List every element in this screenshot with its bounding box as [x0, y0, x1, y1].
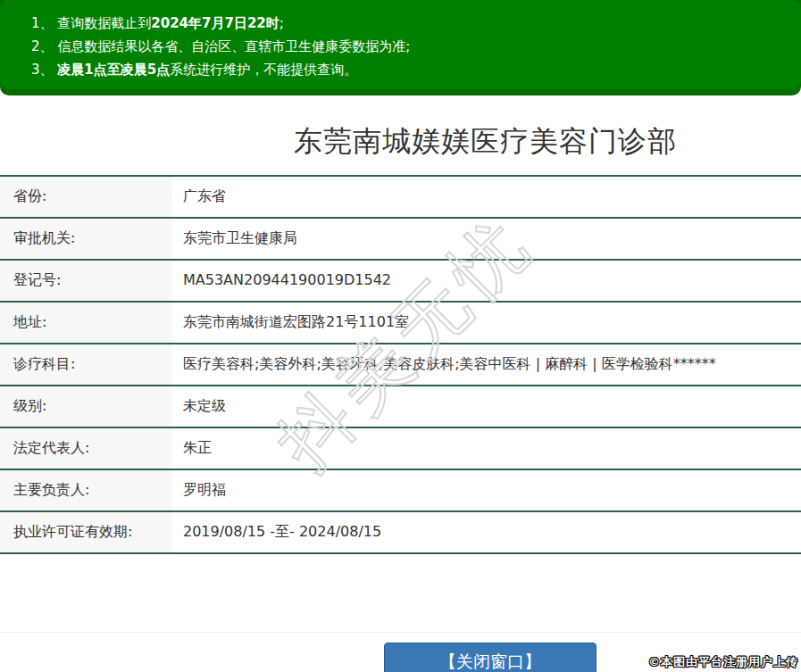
table-row-medical-subjects: 诊疗科目: 医疗美容科;美容外科;美容牙科;美容皮肤科;美容中医科 | 麻醉科 … [0, 343, 801, 385]
row-value: 朱正 [171, 428, 801, 469]
row-value: 2019/08/15 -至- 2024/08/15 [171, 512, 801, 552]
footer-divider [0, 632, 801, 633]
notice-line-1-suffix: ; [280, 15, 284, 31]
table-row-address: 地址: 东莞市南城街道宏图路21号1101室 [0, 301, 801, 343]
table-row-license-validity: 执业许可证有效期: 2019/08/15 -至- 2024/08/15 [0, 510, 801, 554]
row-value: 东莞市卫生健康局 [171, 219, 801, 259]
notice-line-3-text: 3、 [31, 62, 57, 78]
upload-credit-label: ©本图由平台注册用户上传 [648, 654, 798, 670]
row-label: 执业许可证有效期: [0, 512, 171, 552]
row-value: 广东省 [171, 177, 801, 217]
row-label: 主要负责人: [0, 470, 171, 510]
row-value: MA53AN20944190019D1542 [171, 261, 801, 301]
row-label: 省份: [0, 177, 171, 217]
row-value: 东莞市南城街道宏图路21号1101室 [171, 303, 801, 343]
notice-line-1-bold: 2024年7月7日22时 [151, 15, 280, 31]
row-label: 法定代表人: [0, 428, 171, 469]
notice-line-2-text: 2、 信息数据结果以各省、自治区、直辖市卫生健康委数据为准; [31, 38, 410, 54]
table-row-main-responsible-person: 主要负责人: 罗明福 [0, 469, 801, 510]
notice-line-2: 2、 信息数据结果以各省、自治区、直辖市卫生健康委数据为准; [31, 35, 783, 58]
row-label: 登记号: [0, 261, 171, 301]
info-table: 省份: 广东省 审批机关: 东莞市卫生健康局 登记号: MA53AN209441… [0, 175, 801, 554]
row-value: 医疗美容科;美容外科;美容牙科;美容皮肤科;美容中医科 | 麻醉科 | 医学检验… [171, 344, 801, 385]
close-window-button[interactable]: 【关闭窗口】 [384, 643, 597, 672]
row-value: 罗明福 [171, 470, 801, 510]
notice-banner: 1、 查询数据截止到2024年7月7日22时; 2、 信息数据结果以各省、自治区… [0, 0, 801, 89]
row-label: 地址: [0, 303, 171, 343]
table-row-legal-representative: 法定代表人: 朱正 [0, 427, 801, 469]
table-row-approval-authority: 审批机关: 东莞市卫生健康局 [0, 217, 801, 259]
notice-banner-shadow: 1、 查询数据截止到2024年7月7日22时; 2、 信息数据结果以各省、自治区… [0, 0, 801, 95]
table-row-province: 省份: 广东省 [0, 175, 801, 217]
notice-line-1: 1、 查询数据截止到2024年7月7日22时; [31, 12, 783, 35]
notice-line-3-suffix: 系统进行维护，不能提供查询。 [170, 62, 357, 78]
notice-line-1-text: 1、 查询数据截止到 [31, 15, 151, 31]
row-label: 级别: [0, 386, 171, 427]
row-label: 诊疗科目: [0, 344, 171, 385]
table-row-level: 级别: 未定级 [0, 385, 801, 427]
page-title: 东莞南城媄媄医疗美容门诊部 [170, 122, 801, 162]
table-row-registration-number: 登记号: MA53AN20944190019D1542 [0, 259, 801, 301]
row-value: 未定级 [171, 386, 801, 427]
row-label: 审批机关: [0, 219, 171, 259]
notice-line-3: 3、 凌晨1点至凌晨5点系统进行维护，不能提供查询。 [31, 58, 783, 81]
notice-line-3-bold: 凌晨1点至凌晨5点 [57, 62, 170, 78]
